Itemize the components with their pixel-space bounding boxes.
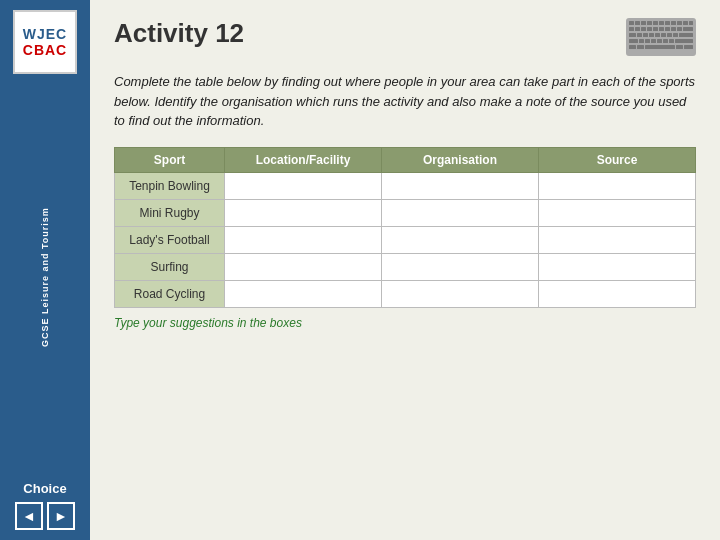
svg-rect-18: [665, 27, 670, 31]
svg-rect-4: [647, 21, 652, 25]
hint-text: Type your suggestions in the boxes: [114, 316, 696, 330]
svg-rect-43: [684, 45, 693, 49]
svg-rect-7: [665, 21, 670, 25]
location-input-3[interactable]: [231, 260, 375, 276]
organisation-cell[interactable]: [382, 199, 539, 226]
svg-rect-40: [637, 45, 644, 49]
logo-wjec: WJEC: [23, 26, 67, 42]
organisation-input-3[interactable]: [388, 260, 532, 276]
svg-rect-42: [676, 45, 683, 49]
svg-rect-31: [629, 39, 638, 43]
svg-rect-34: [651, 39, 656, 43]
svg-rect-2: [635, 21, 640, 25]
organisation-input-0[interactable]: [388, 179, 532, 195]
source-input-0[interactable]: [545, 179, 689, 195]
svg-rect-5: [653, 21, 658, 25]
svg-rect-36: [663, 39, 668, 43]
location-cell[interactable]: [225, 280, 382, 307]
svg-rect-14: [641, 27, 646, 31]
organisation-cell[interactable]: [382, 253, 539, 280]
header-location: Location/Facility: [225, 147, 382, 172]
svg-rect-24: [643, 33, 648, 37]
svg-rect-8: [671, 21, 676, 25]
source-cell[interactable]: [539, 199, 696, 226]
table-row: Tenpin Bowling: [115, 172, 696, 199]
header-organisation: Organisation: [382, 147, 539, 172]
location-cell[interactable]: [225, 253, 382, 280]
svg-rect-27: [661, 33, 666, 37]
svg-rect-11: [689, 21, 693, 25]
organisation-input-2[interactable]: [388, 233, 532, 249]
svg-rect-19: [671, 27, 676, 31]
svg-rect-29: [673, 33, 678, 37]
instructions-text: Complete the table below by finding out …: [114, 72, 696, 131]
svg-rect-39: [629, 45, 636, 49]
header-source: Source: [539, 147, 696, 172]
svg-rect-33: [645, 39, 650, 43]
location-cell[interactable]: [225, 226, 382, 253]
organisation-cell[interactable]: [382, 172, 539, 199]
svg-rect-12: [629, 27, 634, 31]
organisation-input-4[interactable]: [388, 287, 532, 303]
location-cell[interactable]: [225, 199, 382, 226]
table-row: Lady's Football: [115, 226, 696, 253]
svg-rect-37: [669, 39, 674, 43]
table-row: Surfing: [115, 253, 696, 280]
svg-rect-32: [639, 39, 644, 43]
svg-rect-25: [649, 33, 654, 37]
header-row: Activity 12: [114, 18, 696, 60]
sport-cell: Tenpin Bowling: [115, 172, 225, 199]
source-input-3[interactable]: [545, 260, 689, 276]
svg-rect-22: [629, 33, 636, 37]
sport-cell: Lady's Football: [115, 226, 225, 253]
page-title: Activity 12: [114, 18, 244, 49]
svg-rect-13: [635, 27, 640, 31]
svg-rect-1: [629, 21, 634, 25]
organisation-input-1[interactable]: [388, 206, 532, 222]
keyboard-icon: [626, 18, 696, 60]
organisation-cell[interactable]: [382, 226, 539, 253]
svg-rect-15: [647, 27, 652, 31]
sidebar-vertical-label: GCSE Leisure and Tourism: [40, 74, 50, 481]
nav-forward-button[interactable]: ►: [47, 502, 75, 530]
source-input-2[interactable]: [545, 233, 689, 249]
source-cell[interactable]: [539, 226, 696, 253]
svg-rect-17: [659, 27, 664, 31]
svg-rect-3: [641, 21, 646, 25]
svg-rect-26: [655, 33, 660, 37]
source-input-1[interactable]: [545, 206, 689, 222]
sport-cell: Mini Rugby: [115, 199, 225, 226]
nav-back-button[interactable]: ◄: [15, 502, 43, 530]
table-row: Mini Rugby: [115, 199, 696, 226]
sidebar: WJEC CBAC GCSE Leisure and Tourism Choic…: [0, 0, 90, 540]
location-input-2[interactable]: [231, 233, 375, 249]
svg-rect-28: [667, 33, 672, 37]
svg-rect-10: [683, 21, 688, 25]
nav-buttons: ◄ ►: [15, 502, 75, 530]
svg-rect-9: [677, 21, 682, 25]
source-cell[interactable]: [539, 280, 696, 307]
choice-label: Choice: [23, 481, 66, 496]
svg-rect-23: [637, 33, 642, 37]
svg-rect-6: [659, 21, 664, 25]
bottom-nav: Choice ◄ ►: [15, 481, 75, 530]
organisation-cell[interactable]: [382, 280, 539, 307]
source-cell[interactable]: [539, 172, 696, 199]
location-input-1[interactable]: [231, 206, 375, 222]
svg-rect-41: [645, 45, 675, 49]
header-sport: Sport: [115, 147, 225, 172]
svg-rect-38: [675, 39, 693, 43]
location-input-4[interactable]: [231, 287, 375, 303]
location-cell[interactable]: [225, 172, 382, 199]
location-input-0[interactable]: [231, 179, 375, 195]
svg-rect-20: [677, 27, 682, 31]
svg-rect-21: [683, 27, 693, 31]
sport-cell: Surfing: [115, 253, 225, 280]
source-cell[interactable]: [539, 253, 696, 280]
sport-cell: Road Cycling: [115, 280, 225, 307]
logo-cbac: CBAC: [23, 42, 67, 58]
svg-rect-16: [653, 27, 658, 31]
source-input-4[interactable]: [545, 287, 689, 303]
logo-area: WJEC CBAC: [13, 10, 77, 74]
logo-box: WJEC CBAC: [13, 10, 77, 74]
